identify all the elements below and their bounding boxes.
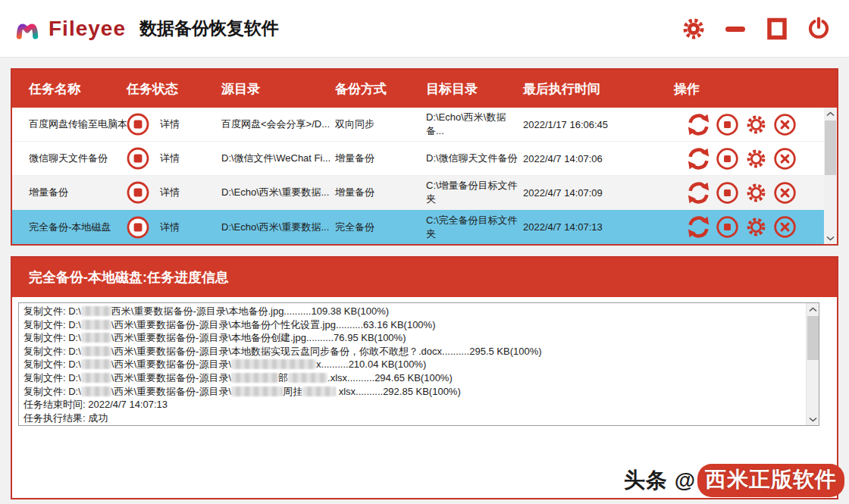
stop-icon (127, 181, 149, 204)
scroll-up-icon[interactable] (824, 108, 837, 120)
task-name-cell: 增量备份 (29, 186, 127, 199)
table-row[interactable]: 微信聊天文件备份 详情 D:\微信文件\WeChat Fi... 增量备份 D:… (12, 142, 824, 176)
stop-status-button[interactable] (127, 147, 149, 170)
log-text: \西米\重要数据备份-源目录\本地备份个性化设置.jpg..........63… (111, 319, 436, 330)
detail-link[interactable]: 详情 (160, 221, 180, 234)
table-row[interactable]: 完全备份-本地磁盘 详情 D:\Echo\西米\重要数据... 完全备份 C:\… (12, 210, 824, 244)
log-text: 西米\重要数据备份-源目录\本地备份.jpg..........109.38 K… (111, 305, 389, 317)
detail-link[interactable]: 详情 (160, 117, 180, 131)
minimize-button[interactable] (723, 17, 747, 41)
target-dir-cell: C:\增量备份目标文件夹 (426, 179, 523, 206)
task-status-cell: 详情 (127, 181, 221, 204)
close-app-button[interactable] (807, 17, 831, 41)
log-text: \西米\重要数据备份-源目录\ (111, 372, 231, 383)
log-line: 复制文件: D:\\西米\重要数据备份-源目录\本地备份创建.jpg......… (23, 331, 800, 345)
close-circle-icon (773, 181, 797, 205)
op-stop-button[interactable] (715, 180, 740, 205)
header-target-dir: 目标目录 (426, 80, 523, 98)
square-icon (766, 17, 788, 40)
progress-panel-title: 完全备份-本地磁盘:任务进度信息 (12, 258, 837, 297)
last-run-cell: 2022/1/17 16:06:45 (523, 119, 663, 130)
stop-icon (127, 147, 149, 170)
operations-cell (663, 180, 824, 205)
op-settings-button[interactable] (744, 214, 769, 239)
op-delete-button[interactable] (772, 146, 797, 171)
table-header-row: 任务名称 任务状态 源目录 备份方式 目标目录 最后执行时间 操作 (12, 70, 837, 108)
op-stop-button[interactable] (715, 146, 740, 171)
redacted-text (81, 306, 111, 316)
fileyee-logo-icon (12, 15, 42, 42)
task-status-cell: 详情 (127, 216, 221, 239)
header-source-dir: 源目录 (221, 80, 335, 98)
scrollbar-thumb[interactable] (807, 316, 819, 360)
gear-icon (744, 147, 768, 171)
close-circle-icon (773, 215, 797, 239)
stop-status-button[interactable] (127, 216, 149, 239)
operations-cell (663, 112, 824, 137)
table-row[interactable]: 百度网盘传输至电脑本地 详情 百度网盘<会会分享>/D... 双向同步 D:\E… (12, 108, 824, 142)
op-settings-button[interactable] (744, 146, 769, 171)
backup-method-cell: 增量备份 (335, 186, 426, 199)
stop-status-button[interactable] (127, 113, 149, 136)
redacted-text (81, 373, 111, 383)
gear-icon (744, 113, 768, 136)
backup-method-cell: 双向同步 (335, 117, 426, 131)
detail-link[interactable]: 详情 (160, 186, 180, 199)
header-method: 备份方式 (335, 80, 426, 98)
redacted-text (81, 346, 111, 356)
log-line: 复制文件: D:\\西米\重要数据备份-源目录\部.xlsx..........… (23, 371, 800, 385)
op-sync-button[interactable] (686, 180, 711, 205)
target-dir-cell: D:\微信聊天文件备份 (426, 152, 523, 165)
settings-button[interactable] (681, 17, 706, 41)
op-stop-button[interactable] (715, 112, 740, 137)
backup-method-cell: 增量备份 (335, 152, 426, 165)
power-icon (807, 17, 831, 41)
log-text: 复制文件: D:\ (23, 386, 81, 397)
op-sync-button[interactable] (686, 214, 711, 239)
operations-cell (663, 146, 824, 171)
op-sync-button[interactable] (686, 146, 711, 171)
source-dir-cell: D:\微信文件\WeChat Fi... (221, 152, 335, 165)
log-scrollbar[interactable] (806, 303, 819, 425)
stop-icon (127, 113, 149, 136)
stop-icon (716, 181, 739, 205)
op-delete-button[interactable] (772, 214, 797, 239)
op-sync-button[interactable] (686, 112, 711, 137)
table-row[interactable]: 增量备份 详情 D:\Echo\西米\重要数据... 增量备份 C:\增量备份目… (12, 176, 824, 210)
scroll-up-icon[interactable] (807, 303, 819, 315)
op-settings-button[interactable] (744, 180, 769, 205)
redacted-text (231, 359, 316, 369)
op-delete-button[interactable] (772, 112, 797, 137)
gear-icon (744, 181, 768, 205)
stop-status-button[interactable] (127, 181, 149, 204)
log-text: x..........210.04 KB(100%) (316, 358, 426, 370)
source-dir-cell: 百度网盘<会会分享>/D... (221, 117, 335, 131)
detail-link[interactable]: 详情 (160, 152, 180, 165)
log-text: 复制文件: D:\ (23, 332, 81, 343)
op-delete-button[interactable] (772, 180, 797, 205)
source-dir-cell: D:\Echo\西米\重要数据... (221, 221, 335, 234)
sync-icon (686, 146, 711, 171)
op-settings-button[interactable] (744, 112, 769, 137)
log-text: 复制文件: D:\ (23, 305, 81, 317)
scroll-down-icon[interactable] (824, 232, 837, 244)
log-text: 周挂 (283, 386, 302, 397)
log-line: 任务结束时间: 2022/4/7 14:07:13 (23, 398, 800, 412)
target-dir-cell: D:\Echo\西米\数据备... (426, 111, 523, 138)
log-text: 部 (278, 372, 288, 383)
maximize-button[interactable] (765, 17, 789, 41)
task-status-cell: 详情 (127, 113, 221, 136)
scrollbar-thumb[interactable] (825, 121, 836, 175)
header-task-name: 任务名称 (29, 80, 127, 98)
titlebar: Fileyee 数据备份恢复软件 (0, 0, 849, 58)
header-task-status: 任务状态 (127, 80, 221, 98)
log-line: 复制文件: D:\\西米\重要数据备份-源目录\x..........210.0… (23, 358, 800, 371)
app-title: 数据备份恢复软件 (139, 17, 279, 40)
task-log[interactable]: 复制文件: D:\西米\重要数据备份-源目录\本地备份.jpg.........… (18, 302, 819, 426)
scroll-down-icon[interactable] (807, 413, 819, 425)
op-stop-button[interactable] (715, 214, 740, 239)
gear-icon (744, 215, 768, 239)
table-scrollbar[interactable] (824, 108, 837, 244)
last-run-cell: 2022/4/7 14:07:13 (523, 221, 663, 233)
redacted-text (81, 333, 111, 343)
